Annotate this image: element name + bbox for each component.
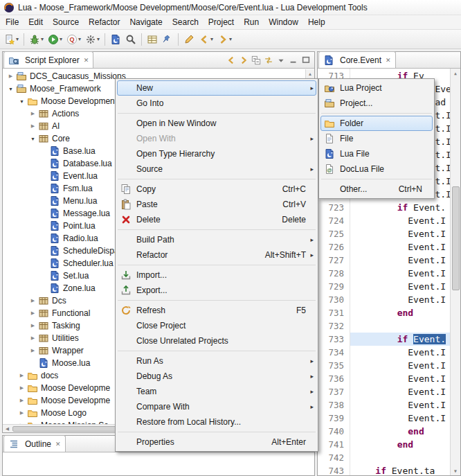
view-tool-maximize[interactable] [301, 55, 311, 65]
menubar-item-navigate[interactable]: Navigate [125, 15, 167, 29]
scroll-up-icon[interactable]: ▲ [306, 69, 314, 78]
scrollbar-thumb[interactable] [452, 186, 460, 290]
menu-item-lua-project[interactable]: Lua Project [320, 80, 433, 96]
menu-item-delete[interactable]: DeleteDelete [117, 212, 316, 227]
tree-twistie-icon[interactable]: ▶ [28, 335, 38, 341]
toolbar-button-search[interactable] [123, 31, 138, 48]
dropdown-arrow-icon[interactable]: ▾ [97, 36, 100, 42]
menu-item-properties[interactable]: PropertiesAlt+Enter [117, 434, 316, 450]
menu-item-new[interactable]: New▸ [117, 80, 316, 96]
toolbar-button-table[interactable] [145, 31, 160, 48]
menu-item-source[interactable]: Source▸ [117, 161, 316, 177]
menubar-item-window[interactable]: Window [264, 15, 303, 29]
toolbar-button-coverage[interactable]: Q▾ [64, 31, 83, 48]
menu-item-team[interactable]: Team▸ [117, 384, 316, 399]
tree-twistie-icon[interactable]: ▼ [17, 99, 27, 104]
toolbar-separator [141, 33, 142, 46]
menu-item-open-in-new-window[interactable]: Open in New Window [117, 116, 316, 131]
menu-item-refresh[interactable]: RefreshF5 [117, 303, 316, 318]
menu-item-import[interactable]: Import... [117, 267, 316, 283]
tree-twistie-icon[interactable]: ▶ [17, 398, 27, 403]
close-icon[interactable]: ✕ [386, 57, 391, 64]
toolbar-button-run[interactable]: ▾ [46, 31, 64, 48]
scroll-up-icon[interactable]: ▲ [451, 69, 460, 78]
tree-twistie-icon[interactable]: ▶ [17, 373, 27, 378]
menu-item-open-with[interactable]: Open With▸ [117, 131, 316, 146]
menubar-item-refactor[interactable]: Refactor [84, 15, 125, 29]
dropdown-arrow-icon[interactable]: ▾ [210, 36, 213, 42]
svg-text:@: @ [327, 167, 332, 173]
view-tool-view-menu[interactable] [276, 55, 286, 65]
toolbar-button-external-tools[interactable]: ▾ [83, 31, 102, 48]
menu-item-paste[interactable]: PasteCtrl+V [117, 197, 316, 212]
view-tool-forward-arrow[interactable] [239, 55, 248, 65]
tree-item-label: AI [52, 121, 60, 131]
dropdown-arrow-icon[interactable]: ▾ [78, 36, 81, 42]
tree-twistie-icon[interactable]: ▶ [28, 123, 38, 129]
toolbar-button-debug[interactable]: ▾ [27, 31, 46, 48]
view-tool-back-arrow[interactable] [226, 55, 236, 65]
dropdown-arrow-icon[interactable]: ▾ [41, 36, 44, 42]
tab-script-explorer[interactable]: Script Explorer ✕ [3, 51, 93, 68]
menu-item-doclua-file[interactable]: @DocLua File [320, 161, 433, 177]
toolbar-button-new-wizard[interactable]: ▾ [2, 31, 21, 48]
menu-item-refactor[interactable]: RefactorAlt+Shift+T▸ [117, 247, 316, 263]
tree-twistie-icon[interactable]: ▶ [28, 310, 38, 316]
no-icon [119, 82, 133, 94]
menu-item-file[interactable]: File [320, 131, 433, 146]
menu-item-close-project[interactable]: Close Project [117, 318, 316, 333]
view-tool-minimize[interactable] [289, 55, 298, 65]
view-tool-link-with-editor[interactable] [264, 55, 273, 65]
view-tool-collapse-all[interactable] [251, 55, 261, 65]
menubar-item-help[interactable]: Help [303, 15, 330, 29]
tree-twistie-icon[interactable]: ▼ [6, 87, 16, 91]
menu-item-run-as[interactable]: Run As▸ [117, 353, 316, 369]
tree-twistie-icon[interactable]: ▶ [28, 298, 38, 303]
toolbar-button-pin[interactable] [160, 31, 175, 48]
menu-item-copy[interactable]: CopyCtrl+C [117, 182, 316, 197]
menubar-item-file[interactable]: File [1, 15, 24, 29]
menu-item-folder[interactable]: Folder [320, 116, 433, 131]
close-icon[interactable]: ✕ [84, 57, 89, 64]
toolbar-button-last-edit[interactable] [181, 31, 197, 48]
menu-item-close-unrelated-projects[interactable]: Close Unrelated Projects [117, 333, 316, 349]
toolbar-button-forward[interactable]: ▾ [215, 31, 234, 48]
tree-twistie-icon[interactable]: ▶ [28, 111, 38, 116]
menu-item-debug-as[interactable]: Debug As▸ [117, 369, 316, 384]
tree-item-label: docs [41, 371, 58, 380]
menubar-item-edit[interactable]: Edit [24, 15, 48, 29]
tree-twistie-icon[interactable]: ▶ [17, 385, 27, 391]
menu-item-lua-file[interactable]: Lua File [320, 146, 433, 161]
menubar-item-run[interactable]: Run [239, 15, 264, 29]
menu-item-other[interactable]: Other...Ctrl+N [320, 182, 433, 197]
menu-item-export[interactable]: Export... [117, 283, 316, 298]
menubar-item-source[interactable]: Source [48, 15, 84, 29]
tree-twistie-icon[interactable]: ▼ [28, 136, 38, 141]
menubar-item-project[interactable]: Project [204, 15, 239, 29]
tree-twistie-icon[interactable]: ▶ [17, 410, 27, 416]
menubar-item-search[interactable]: Search [168, 15, 204, 29]
tree-twistie-icon[interactable]: ▶ [28, 348, 38, 353]
dropdown-arrow-icon[interactable]: ▾ [60, 36, 62, 42]
editor-scrollbar[interactable]: ▲ ▼ [450, 69, 460, 475]
menu-shortcut: F5 [296, 306, 306, 315]
close-icon[interactable]: ✕ [55, 441, 61, 448]
tab-outline[interactable]: Outline ✕ [3, 435, 66, 452]
scroll-down-icon[interactable]: ▼ [451, 466, 460, 475]
menu-item-open-type-hierarchy[interactable]: Open Type Hierarchy [117, 146, 316, 161]
tree-twistie-icon[interactable]: ▶ [6, 73, 16, 79]
tree-twistie-icon[interactable]: ▶ [28, 323, 38, 328]
dropdown-arrow-icon[interactable]: ▾ [229, 36, 232, 42]
menu-item-restore-from-local-history[interactable]: Restore from Local History... [117, 414, 316, 430]
tree-item-label: Wrapper [52, 346, 84, 355]
toolbar-button-back[interactable]: ▾ [197, 31, 215, 48]
toolbar-button-luafile[interactable] [108, 31, 123, 48]
tab-core-event[interactable]: Core.Event ✕ [318, 51, 396, 68]
menu-item-build-path[interactable]: Build Path▸ [117, 232, 316, 247]
scroll-left-icon[interactable]: ◀ [3, 425, 12, 432]
code-token: Event.I [354, 360, 446, 371]
menu-item-project[interactable]: Project... [320, 96, 433, 111]
menu-item-compare-with[interactable]: Compare With▸ [117, 399, 316, 414]
dropdown-arrow-icon[interactable]: ▾ [16, 36, 19, 42]
menu-item-go-into[interactable]: Go Into [117, 96, 316, 111]
